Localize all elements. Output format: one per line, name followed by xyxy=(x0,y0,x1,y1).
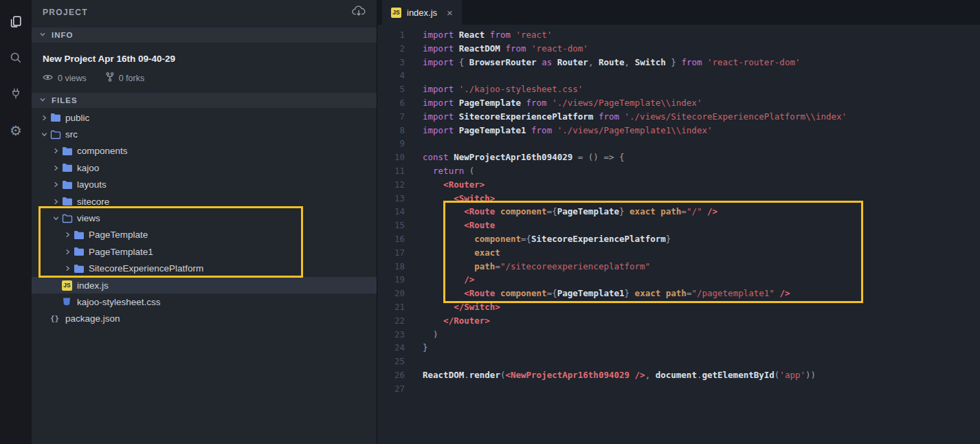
code-line-19: 19 /> xyxy=(377,273,980,287)
sidebar-title: PROJECT xyxy=(43,8,352,17)
plug-icon xyxy=(9,87,23,103)
code-line-7: 7import SitecoreExperiencePlatform from … xyxy=(377,110,980,124)
code-line-2: 2import ReactDOM from 'react-dom' xyxy=(377,42,980,56)
activity-settings-button[interactable]: ⚙ xyxy=(0,113,32,148)
cloud-download-icon[interactable] xyxy=(352,5,366,19)
tree-item-src[interactable]: src xyxy=(32,126,377,142)
line-number: 24 xyxy=(377,341,405,355)
code-line-26: 26ReactDOM.render(<NewProjectApr16th0940… xyxy=(377,368,980,382)
line-number: 20 xyxy=(377,287,405,300)
chevron-right-icon xyxy=(50,197,62,206)
chevron-right-icon xyxy=(38,113,50,122)
tree-item-label: PageTemplate1 xyxy=(89,247,153,257)
tree-item-label: PageTemplate xyxy=(89,230,148,240)
sidebar-header: PROJECT xyxy=(32,0,377,25)
tree-item-label: src xyxy=(65,129,78,140)
tree-item-label: SitecoreExperiencePlatform xyxy=(89,263,203,274)
folder-icon xyxy=(62,163,77,173)
tree-item-label: kajoo-stylesheet.css xyxy=(77,297,161,307)
folder-icon xyxy=(62,197,77,206)
folder-icon xyxy=(74,230,89,240)
tree-item-public[interactable]: public xyxy=(32,109,377,126)
line-number: 27 xyxy=(377,382,405,396)
tree-item-pagetemplate[interactable]: PageTemplate xyxy=(32,227,377,243)
chevron-right-icon xyxy=(62,247,74,256)
tree-item-views[interactable]: views xyxy=(32,210,377,226)
tree-item-package-json[interactable]: {}package.json xyxy=(32,311,377,327)
folder-icon xyxy=(62,180,77,190)
tree-item-layouts[interactable]: layouts xyxy=(32,177,377,193)
folder-open-icon xyxy=(62,214,77,223)
line-number: 4 xyxy=(377,69,405,82)
close-icon[interactable]: × xyxy=(447,7,453,19)
chevron-right-icon xyxy=(62,230,74,239)
line-number: 18 xyxy=(377,260,405,274)
js-file-icon: JS xyxy=(62,280,77,291)
line-number: 9 xyxy=(377,137,405,151)
tree-item-kajoo-stylesheet-css[interactable]: kajoo-stylesheet.css xyxy=(32,293,377,310)
code-line-9: 9 xyxy=(377,137,980,151)
folder-icon xyxy=(74,247,89,256)
project-name: New Project Apr 16th 09-40-29 xyxy=(43,54,366,64)
tab-label: index.js xyxy=(407,8,437,18)
activity-deploy-button[interactable] xyxy=(0,77,32,113)
code-editor[interactable]: 1import React from 'react'2import ReactD… xyxy=(377,25,980,444)
line-number: 17 xyxy=(377,246,405,260)
line-number: 15 xyxy=(377,219,405,232)
activity-search-button[interactable] xyxy=(0,41,32,77)
code-line-21: 21 </Switch> xyxy=(377,300,980,314)
views-count: 0 views xyxy=(58,74,87,83)
code-line-12: 12 <Router> xyxy=(377,178,980,192)
tree-item-sitecore[interactable]: sitecore xyxy=(32,193,377,210)
tree-item-sitecoreexperienceplatform[interactable]: SitecoreExperiencePlatform xyxy=(32,260,377,277)
project-info: New Project Apr 16th 09-40-29 0 views xyxy=(32,43,377,93)
tree-item-index-js[interactable]: JSindex.js xyxy=(32,277,377,293)
tree-item-pagetemplate1[interactable]: PageTemplate1 xyxy=(32,243,377,260)
line-number: 2 xyxy=(377,42,405,56)
chevron-right-icon xyxy=(50,146,62,155)
line-number: 23 xyxy=(377,328,405,342)
views-stat: 0 views xyxy=(43,74,87,83)
sidebar: PROJECT INFO New Project Apr 16th 09-40-… xyxy=(32,0,377,444)
section-files-header[interactable]: FILES xyxy=(32,93,377,108)
search-icon xyxy=(9,51,23,67)
css-file-icon xyxy=(62,297,77,307)
tree-item-components[interactable]: components xyxy=(32,143,377,159)
code-line-23: 23 ) xyxy=(377,328,980,342)
line-number: 26 xyxy=(377,368,405,382)
code-line-3: 3import { BrowserRouter as Router, Route… xyxy=(377,56,980,69)
code-line-27: 27 xyxy=(377,382,980,396)
fork-icon xyxy=(106,72,114,84)
chevron-right-icon xyxy=(50,164,62,173)
code-line-22: 22 </Router> xyxy=(377,314,980,328)
code-line-11: 11 return ( xyxy=(377,164,980,178)
code-line-8: 8import PageTemplate1 from './views/Page… xyxy=(377,124,980,137)
files-icon xyxy=(8,14,23,32)
tree-item-kajoo[interactable]: kajoo xyxy=(32,159,377,176)
code-line-16: 16 component={SitecoreExperiencePlatform… xyxy=(377,232,980,246)
tree-item-label: package.json xyxy=(65,313,120,324)
project-stats: 0 views 0 forks xyxy=(43,72,366,84)
activity-files-button[interactable] xyxy=(0,5,32,41)
folder-open-icon xyxy=(50,130,65,140)
chevron-down-icon xyxy=(50,214,62,223)
code-line-5: 5import './kajoo-stylesheet.css' xyxy=(377,82,980,96)
line-number: 16 xyxy=(377,232,405,246)
code-line-14: 14 <Route component={PageTemplate} exact… xyxy=(377,205,980,219)
tree-item-label: index.js xyxy=(77,280,109,291)
folder-icon xyxy=(50,113,65,122)
chevron-right-icon xyxy=(50,180,62,189)
code-line-25: 25 xyxy=(377,355,980,368)
chevron-down-icon xyxy=(38,96,47,105)
section-info-header[interactable]: INFO xyxy=(32,27,377,43)
line-number: 10 xyxy=(377,151,405,164)
line-number: 21 xyxy=(377,300,405,314)
eye-icon xyxy=(43,74,53,83)
code-line-6: 6import PageTemplate from './views/PageT… xyxy=(377,96,980,110)
line-number: 11 xyxy=(377,164,405,178)
tree-item-label: kajoo xyxy=(77,163,99,173)
code-line-4: 4 xyxy=(377,69,980,82)
tree-item-label: components xyxy=(77,146,128,156)
line-number: 1 xyxy=(377,28,405,42)
tab-index-js[interactable]: JS index.js × xyxy=(382,0,462,25)
